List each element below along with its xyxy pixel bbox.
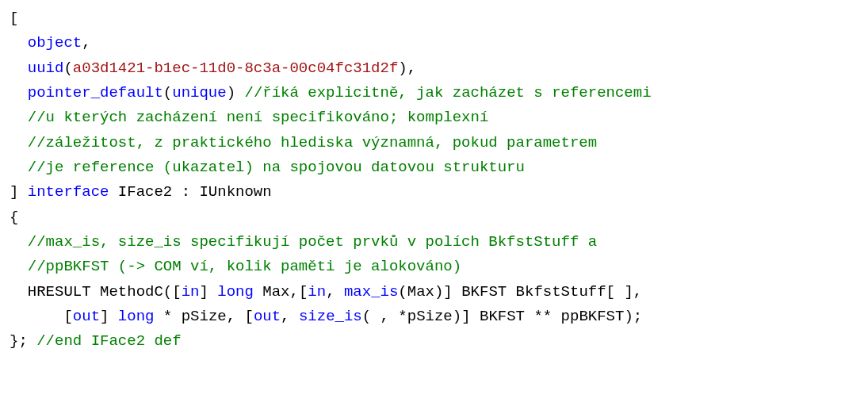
kw-out1: out [73,308,100,325]
punc-close: ), [398,59,416,77]
idl-code-block: [ object, uuid(a03d1421-b1ec-11d0-8c3a-0… [0,0,868,361]
kw-uuid: uuid [28,59,64,77]
interface-decl: IFace2 : IUnknown [109,183,271,201]
comment-l10: //max_is, size_is specifikují počet prvk… [28,233,597,251]
kw-in1: in [182,283,200,301]
method-sig-d: , [326,283,344,301]
method-sig2-d: , [281,308,299,325]
comment-l6: //záležitost, z praktického hlediska výz… [28,134,597,151]
comment-l4: //říká explicitně, jak zacházet s refere… [244,84,651,102]
method-sig-a: HRESULT MethodC([ [28,283,182,301]
method-sig2-a: [ [63,308,72,325]
method-sig-e: (Max)] BKFST BkfstStuff[ ], [398,283,642,301]
method-sig-c: Max,[ [254,283,308,301]
punc-open: ( [163,84,172,102]
kw-long1: long [217,283,254,301]
comment-l5: //u kterých zacházení není specifikováno… [28,109,489,126]
punc-close2: ) [227,84,245,102]
kw-unique: unique [172,84,226,102]
bracket-open: [ [10,10,18,27]
kw-sizeis: size_is [299,308,362,325]
method-sig-b: ] [199,283,217,301]
method-sig2-b: ] [100,308,118,325]
kw-maxis: max_is [344,283,398,301]
comment-end: //end IFace2 def [36,332,181,350]
method-sig2-e: ( , *pSize)] BKFST ** ppBKFST); [362,308,642,325]
comment-l11: //ppBKFST (-> COM ví, kolik paměti je al… [28,258,461,275]
punc-open-paren: ( [63,59,72,77]
bracket-close: ] [10,183,28,201]
brace-close: }; [10,332,36,350]
punc-comma: , [82,34,90,52]
brace-open: { [10,209,18,226]
uuid-value: a03d1421-b1ec-11d0-8c3a-00c04fc31d2f [73,59,398,77]
kw-object: object [28,34,82,52]
kw-out2: out [254,308,281,325]
kw-in2: in [308,283,326,301]
method-sig2-c: * pSize, [ [154,308,253,325]
kw-pointer-default: pointer_default [28,84,163,102]
comment-l7: //je reference (ukazatel) na spojovou da… [28,159,525,176]
kw-interface: interface [28,183,109,201]
kw-long2: long [118,308,155,325]
